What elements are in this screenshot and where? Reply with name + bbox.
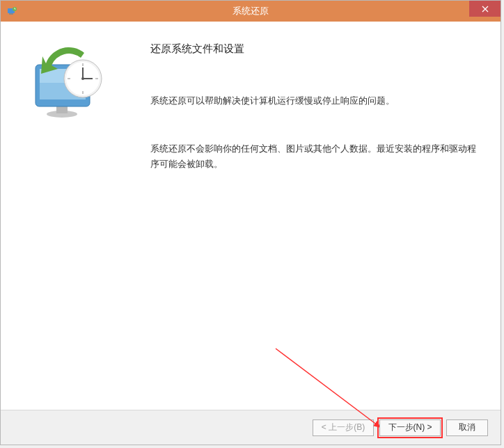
- next-button[interactable]: 下一步(N) >: [379, 419, 441, 436]
- system-restore-icon: [29, 42, 109, 122]
- content-panel: 还原系统文件和设置 系统还原可以帮助解决使计算机运行缓慢或停止响应的问题。 系统…: [136, 22, 501, 410]
- description-1: 系统还原可以帮助解决使计算机运行缓慢或停止响应的问题。: [150, 94, 480, 109]
- app-icon: [6, 6, 17, 17]
- titlebar: 系统还原: [1, 1, 501, 22]
- cancel-button[interactable]: 取消: [446, 419, 488, 436]
- close-icon: [482, 6, 489, 13]
- back-button: < 上一步(B): [313, 419, 374, 436]
- system-restore-window: 系统还原: [0, 0, 501, 445]
- wizard-footer: < 上一步(B) 下一步(N) > 取消: [1, 410, 501, 445]
- wizard-body: 还原系统文件和设置 系统还原可以帮助解决使计算机运行缓慢或停止响应的问题。 系统…: [1, 22, 501, 410]
- page-heading: 还原系统文件和设置: [150, 42, 480, 56]
- svg-rect-1: [9, 13, 13, 15]
- icon-panel: [1, 22, 136, 410]
- close-button[interactable]: [469, 1, 501, 17]
- description-2: 系统还原不会影响你的任何文档、图片或其他个人数据。最近安装的程序和驱动程序可能会…: [150, 142, 480, 172]
- window-title: 系统还原: [233, 5, 269, 17]
